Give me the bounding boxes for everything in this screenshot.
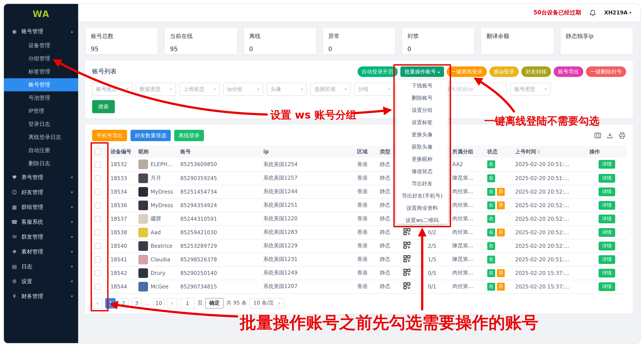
cell-friend-ratio: 2/5 <box>425 239 450 253</box>
detail-button[interactable]: 详情 <box>598 228 615 237</box>
page-button-1[interactable]: 1 <box>105 298 116 308</box>
menu-item-set-business-profile[interactable]: 设置商业资料 <box>396 202 448 214</box>
filter-upload-status-select[interactable]: 上传状态▾ <box>180 83 220 96</box>
menu-item-modify-status[interactable]: 修改状态 <box>396 165 448 177</box>
filter-region-select[interactable]: 选择区域▾ <box>310 83 350 96</box>
sidebar-section-account-manage[interactable]: ◉ 账号管理 ▴ <box>4 24 78 39</box>
pill-offline-login[interactable]: 一键离线登录 <box>447 67 487 77</box>
qr-code-icon[interactable] <box>401 225 425 239</box>
row-checkbox[interactable] <box>95 270 101 276</box>
menu-item-change-nickname[interactable]: 更换昵称 <box>396 153 448 165</box>
user-menu[interactable]: XH219A ▾ <box>604 10 631 16</box>
filter-account-type-select[interactable]: 账号类型▾ <box>510 83 550 96</box>
detail-button[interactable]: 详情 <box>598 174 615 182</box>
row-checkbox[interactable] <box>95 161 101 168</box>
row-checkbox[interactable] <box>95 189 101 195</box>
sidebar-item-offline-login-logs[interactable]: 离线登录日志 <box>4 131 78 144</box>
menu-item-export-friends-phone[interactable]: 导出好友(手机号) <box>396 190 448 202</box>
confirm-page-button[interactable]: 确定 <box>206 298 224 308</box>
filter-data-type-select[interactable]: 数据类型▾ <box>136 83 176 96</box>
sidebar-item-device-management[interactable]: 设备管理 <box>4 39 78 52</box>
sidebar-section-settings[interactable]: ⚙设置▾ <box>4 274 78 289</box>
filter-group-select[interactable]: 分组▾ <box>354 83 394 96</box>
menu-item-set-group[interactable]: 设置分组 <box>396 104 448 116</box>
qr-code-icon[interactable] <box>401 280 425 293</box>
row-checkbox[interactable] <box>95 216 101 222</box>
row-checkbox[interactable] <box>95 175 101 181</box>
pill-change-ip-login[interactable]: 换ip登录 <box>490 67 519 77</box>
chevron-down-icon: ▾ <box>71 279 73 284</box>
qr-code-icon[interactable] <box>401 266 425 280</box>
page-size-select[interactable]: 10 条/页▾ <box>249 298 284 308</box>
sidebar-section-material[interactable]: ❖素材管理▾ <box>4 244 78 259</box>
filter-account-status-select[interactable]: 账号状态▾ <box>92 83 132 96</box>
column-setting-icon[interactable] <box>594 132 602 139</box>
print-icon[interactable] <box>618 132 626 139</box>
row-checkbox[interactable] <box>95 243 101 249</box>
select-all-checkbox[interactable] <box>95 149 101 155</box>
menu-item-delete-account[interactable]: 删除账号 <box>396 92 448 104</box>
page-button-10[interactable]: 10 <box>153 298 164 308</box>
detail-button[interactable]: 详情 <box>598 282 615 291</box>
detail-button[interactable]: 详情 <box>598 201 615 210</box>
sidebar-item-account-management[interactable]: 账号管理 <box>4 78 78 91</box>
export-icon[interactable] <box>606 132 614 139</box>
qr-code-icon[interactable] <box>401 239 425 253</box>
sidebar-section-nurture[interactable]: ♥养号管理▾ <box>4 170 78 185</box>
detail-button[interactable]: 详情 <box>598 187 615 196</box>
menu-item-set-ws-qrcode[interactable]: 设置ws二维码 <box>396 214 448 224</box>
menu-item-change-avatar[interactable]: 更换头像 <box>396 129 448 141</box>
sidebar-item-group-management[interactable]: 分组管理 <box>4 52 78 65</box>
menu-item-offline-account[interactable]: 下线账号 <box>396 80 448 92</box>
pill-delete-banned[interactable]: 一键删除封号 <box>586 67 626 77</box>
menu-item-export-friends[interactable]: 导出好友 <box>396 177 448 190</box>
toolbar-button-phone-export[interactable]: 手机号导出 <box>92 130 127 141</box>
detail-button[interactable]: 详情 <box>598 160 615 169</box>
pill-batch-actions[interactable]: 批量操作账号▴下线账号删除账号设置分组设置标签更换头像获取头像更换昵称修改状态导… <box>400 67 444 77</box>
cell-status: 在异 <box>485 266 512 280</box>
sidebar-item-tag-management[interactable]: 标签管理 <box>4 65 78 78</box>
page-button-3[interactable]: 3 <box>132 298 142 308</box>
sidebar-item-login-logs[interactable]: 登录日志 <box>4 118 78 131</box>
prev-page-button[interactable]: ‹ <box>92 298 102 308</box>
pill-auto-login[interactable]: 自动登录开启 <box>357 67 398 77</box>
qr-code-icon[interactable] <box>401 253 425 266</box>
menu-item-set-tag[interactable]: 设置标签 <box>396 116 448 129</box>
sidebar-section-groups[interactable]: ▦群组管理▾ <box>4 200 78 215</box>
cell-region: 香港 <box>354 239 377 253</box>
notification-bell-icon[interactable] <box>589 9 596 17</box>
sort-icon[interactable]: ▲▼ <box>538 149 540 154</box>
detail-button[interactable]: 详情 <box>598 214 615 223</box>
detail-button[interactable]: 详情 <box>598 241 615 250</box>
sidebar-section-finance[interactable]: ¥财务管理▾ <box>4 289 78 304</box>
filter-keyword-input[interactable] <box>442 83 507 96</box>
sidebar-section-service[interactable]: ☎客服系统▾ <box>4 215 78 229</box>
sidebar-section-friends[interactable]: ☺好友管理▾ <box>4 185 78 200</box>
filter-ip-group-select[interactable]: ip分组▾ <box>223 83 263 96</box>
row-checkbox[interactable] <box>95 256 101 263</box>
pill-account-export[interactable]: 账号导出 <box>554 67 583 77</box>
row-checkbox[interactable] <box>95 202 101 208</box>
goto-page-input[interactable] <box>180 298 195 308</box>
row-checkbox[interactable] <box>95 229 101 236</box>
sidebar-item-ip-management[interactable]: IP管理 <box>4 104 78 118</box>
sidebar-item-pool-management[interactable]: 号池管理 <box>4 91 78 104</box>
menu-item-fetch-avatar[interactable]: 获取头像 <box>396 141 448 153</box>
sidebar-section-broadcast[interactable]: ✉群发管理▾ <box>4 229 78 244</box>
toolbar-button-friend-count-filter[interactable]: 好友数量筛选 <box>130 130 171 141</box>
detail-button[interactable]: 详情 <box>598 255 615 264</box>
pill-friend-transfer[interactable]: 好友转移 <box>521 67 551 77</box>
stat-value: 0 <box>407 46 469 53</box>
search-button[interactable]: 搜索 <box>92 100 115 113</box>
next-page-button[interactable]: › <box>167 298 178 308</box>
row-checkbox[interactable] <box>95 284 101 290</box>
sidebar-item-delete-logs[interactable]: 删除日志 <box>4 157 78 170</box>
cell-type: 静态 <box>377 239 401 253</box>
panel-title: 账号列表 <box>92 68 116 76</box>
toolbar-button-offline-login[interactable]: 离线登录 <box>174 130 204 141</box>
sidebar-item-auto-register[interactable]: 自动注册 <box>4 144 78 157</box>
page-button-2[interactable]: 2 <box>118 298 129 308</box>
filter-avatar-select[interactable]: 头像▾ <box>267 83 307 96</box>
detail-button[interactable]: 详情 <box>598 268 615 277</box>
sidebar-section-logs[interactable]: ▤日志▾ <box>4 259 78 274</box>
